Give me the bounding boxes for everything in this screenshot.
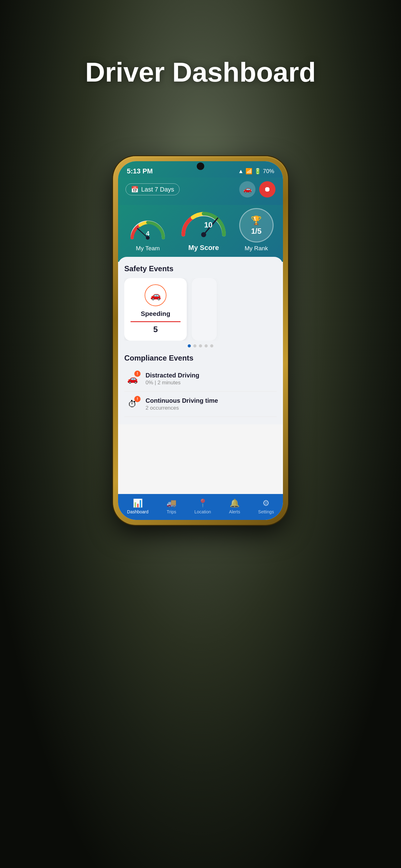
warning-icon: ! <box>134 371 140 377</box>
alerts-nav-label: Alerts <box>229 509 240 514</box>
calendar-icon: 📅 <box>131 186 139 193</box>
continuous-driving-info: Continuous Driving time 2 occurrences <box>145 397 277 411</box>
my-score-gauge-svg: 10 <box>177 205 230 243</box>
speeding-card[interactable]: 🚗 Speeding 5 <box>124 278 187 341</box>
vehicle-icon: 🚗 <box>243 185 252 193</box>
my-team-gauge-svg: 4 <box>127 214 168 243</box>
my-team-gauge: 4 <box>127 214 168 243</box>
continuous-driving-item[interactable]: ⏱ ! Continuous Driving time 2 occurrence… <box>124 392 277 417</box>
location-nav-label: Location <box>195 509 211 514</box>
next-card-preview <box>192 278 217 341</box>
signal-icon: 📶 <box>245 168 252 175</box>
safety-cards: 🚗 Speeding 5 <box>124 278 277 341</box>
scores-section: 4 My Team <box>118 205 283 262</box>
phone-screen: 5:13 PM ▲ 📶 🔋 70% 📅 Last 7 Days 🚗 <box>118 161 283 520</box>
trips-nav-label: Trips <box>167 509 176 514</box>
dot-1 <box>188 344 191 347</box>
distracted-driving-name: Distracted Driving <box>145 372 277 379</box>
nav-dashboard[interactable]: 📊 Dashboard <box>127 498 149 514</box>
my-rank-label: My Rank <box>244 245 268 252</box>
dot-2 <box>193 344 196 347</box>
nav-settings[interactable]: ⚙ Settings <box>258 498 274 514</box>
compliance-events-title: Compliance Events <box>124 354 277 363</box>
my-rank-score[interactable]: 🏆 1/5 My Rank <box>239 208 274 252</box>
svg-text:10: 10 <box>204 221 213 229</box>
settings-nav-label: Settings <box>258 509 274 514</box>
distracted-driving-info: Distracted Driving 0% | 2 minutes <box>145 372 277 386</box>
battery-icon: 🔋 <box>254 168 261 175</box>
my-team-label: My Team <box>136 245 160 252</box>
rank-circle: 🏆 1/5 <box>239 208 274 243</box>
trophy-icon: 🏆 <box>251 215 262 226</box>
safety-events-title: Safety Events <box>124 264 277 273</box>
dot-3 <box>199 344 202 347</box>
settings-icon: ⚙ <box>262 498 269 508</box>
nav-alerts[interactable]: 🔔 Alerts <box>229 498 240 514</box>
speeding-car-icon: 🚗 <box>150 290 161 301</box>
date-filter[interactable]: 📅 Last 7 Days <box>126 183 179 195</box>
svg-text:4: 4 <box>146 230 150 237</box>
bottom-navigation: 📊 Dashboard 🚚 Trips 📍 Location 🔔 Alerts … <box>118 494 283 520</box>
my-score-label: My Score <box>188 244 219 252</box>
my-team-score[interactable]: 4 My Team <box>127 214 168 252</box>
vehicle-button[interactable]: 🚗 <box>239 181 256 197</box>
dashboard-icon: 📊 <box>133 498 143 508</box>
app-header: 📅 Last 7 Days 🚗 ⏺ <box>118 178 283 205</box>
rank-value: 1/5 <box>251 227 261 236</box>
record-button[interactable]: ⏺ <box>259 181 275 197</box>
phone-frame: 5:13 PM ▲ 📶 🔋 70% 📅 Last 7 Days 🚗 <box>113 156 288 525</box>
carousel-dots <box>124 344 277 347</box>
warning-icon-2: ! <box>134 396 140 402</box>
dashboard-nav-label: Dashboard <box>127 509 149 514</box>
speeding-label: Speeding <box>141 310 170 317</box>
status-icons: ▲ 📶 🔋 70% <box>238 168 274 175</box>
dot-4 <box>205 344 208 347</box>
continuous-driving-name: Continuous Driving time <box>145 397 277 404</box>
record-icon: ⏺ <box>264 185 271 193</box>
dot-5 <box>210 344 213 347</box>
phone-mockup: 5:13 PM ▲ 📶 🔋 70% 📅 Last 7 Days 🚗 <box>113 156 288 525</box>
status-time: 5:13 PM <box>127 167 153 175</box>
wifi-icon: ▲ <box>238 168 244 175</box>
distracted-driving-detail: 0% | 2 minutes <box>145 380 277 386</box>
my-score[interactable]: 10 My Score <box>177 205 230 252</box>
header-actions: 🚗 ⏺ <box>239 181 275 197</box>
nav-location[interactable]: 📍 Location <box>195 498 211 514</box>
trips-icon: 🚚 <box>166 498 176 508</box>
distracted-driving-item[interactable]: 🚗 ! Distracted Driving 0% | 2 minutes <box>124 366 277 392</box>
svg-point-4 <box>201 232 206 237</box>
alerts-icon: 🔔 <box>230 498 239 508</box>
white-content-section: Safety Events 🚗 Speeding 5 <box>118 257 283 424</box>
date-filter-label: Last 7 Days <box>141 186 174 193</box>
speeding-count: 5 <box>131 321 180 334</box>
nav-trips[interactable]: 🚚 Trips <box>166 498 176 514</box>
battery-level: 70% <box>263 168 274 175</box>
camera <box>197 162 204 170</box>
speeding-icon: 🚗 <box>144 284 166 306</box>
distracted-driving-icon: 🚗 ! <box>124 371 140 387</box>
continuous-driving-detail: 2 occurrences <box>145 405 277 411</box>
location-icon: 📍 <box>198 498 208 508</box>
continuous-driving-icon: ⏱ ! <box>124 396 140 412</box>
page-title: Driver Dashboard <box>0 56 401 88</box>
